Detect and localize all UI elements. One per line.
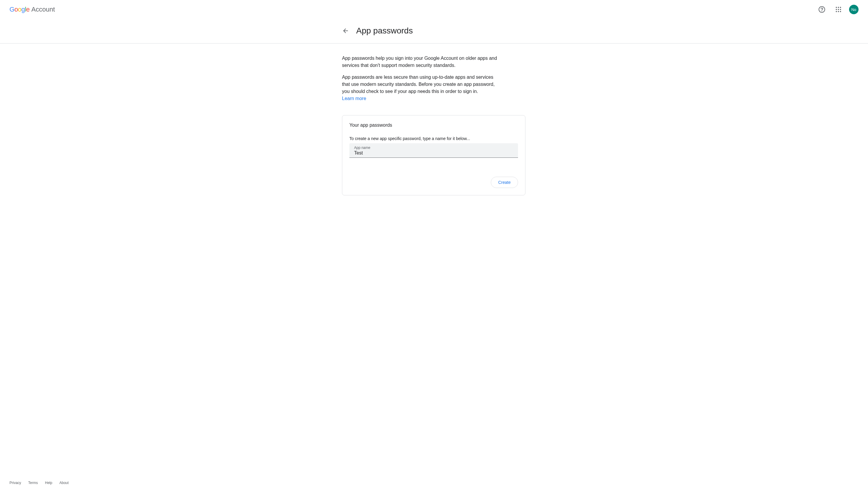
learn-more-link[interactable]: Learn more bbox=[342, 96, 366, 101]
apps-grid-icon bbox=[835, 6, 842, 13]
svg-point-8 bbox=[836, 11, 837, 12]
header-actions: No bbox=[816, 4, 859, 16]
footer: Privacy Terms Help About bbox=[0, 476, 868, 492]
apps-button[interactable] bbox=[833, 4, 844, 16]
footer-about-link[interactable]: About bbox=[59, 481, 69, 485]
footer-help-link[interactable]: Help bbox=[45, 481, 52, 485]
help-icon bbox=[818, 6, 825, 13]
account-text: Account bbox=[31, 6, 55, 13]
create-button[interactable]: Create bbox=[491, 177, 518, 188]
header: Google Account No bbox=[0, 0, 868, 19]
button-row: Create bbox=[349, 177, 518, 188]
arrow-back-icon bbox=[342, 27, 349, 34]
app-name-input-container[interactable]: App name bbox=[349, 143, 518, 158]
app-name-input[interactable] bbox=[354, 150, 513, 156]
svg-point-6 bbox=[838, 9, 839, 10]
google-account-logo[interactable]: Google Account bbox=[9, 6, 55, 13]
footer-terms-link[interactable]: Terms bbox=[28, 481, 38, 485]
svg-point-2 bbox=[836, 7, 837, 8]
back-button[interactable] bbox=[340, 25, 351, 37]
svg-point-1 bbox=[822, 11, 822, 11]
title-row: App passwords bbox=[0, 19, 868, 44]
content-area: App passwords help you sign into your Go… bbox=[342, 44, 525, 195]
google-logo: Google bbox=[9, 6, 30, 13]
svg-point-5 bbox=[836, 9, 837, 10]
help-button[interactable] bbox=[816, 4, 828, 16]
app-passwords-card: Your app passwords To create a new app s… bbox=[342, 115, 525, 195]
svg-point-9 bbox=[838, 11, 839, 12]
card-title: Your app passwords bbox=[349, 123, 518, 128]
svg-point-4 bbox=[840, 7, 841, 8]
description-text-2-body: App passwords are less secure than using… bbox=[342, 75, 495, 94]
svg-point-10 bbox=[840, 11, 841, 12]
footer-privacy-link[interactable]: Privacy bbox=[9, 481, 21, 485]
svg-point-3 bbox=[838, 7, 839, 8]
header-logo-area: Google Account bbox=[9, 6, 55, 13]
description-text-2: App passwords are less secure than using… bbox=[342, 74, 502, 102]
avatar[interactable]: No bbox=[849, 5, 859, 14]
card-subtitle: To create a new app specific password, t… bbox=[349, 136, 518, 141]
description-text-1: App passwords help you sign into your Go… bbox=[342, 55, 502, 69]
svg-point-7 bbox=[840, 9, 841, 10]
page-title: App passwords bbox=[356, 26, 413, 35]
app-name-label: App name bbox=[354, 146, 513, 150]
